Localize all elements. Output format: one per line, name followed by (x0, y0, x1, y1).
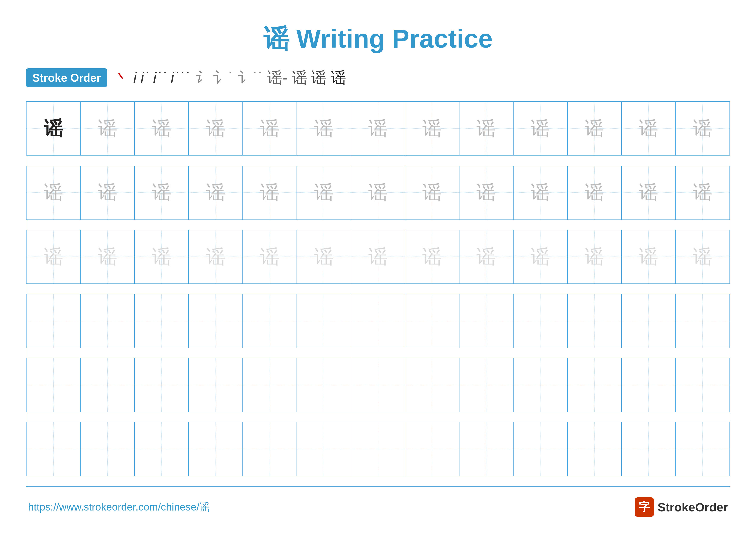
grid-cell[interactable] (405, 294, 459, 348)
grid-cell[interactable] (189, 422, 243, 476)
grid-cell-char: 谣 (639, 247, 658, 267)
grid-cell[interactable]: 谣 (297, 101, 351, 156)
stroke-step-1: 丶 (114, 67, 129, 88)
grid-cell[interactable] (459, 422, 513, 476)
grid-cell[interactable]: 谣 (513, 230, 567, 284)
grid-cell[interactable] (567, 294, 622, 348)
grid-cell[interactable] (622, 294, 676, 348)
grid-cell-char: 谣 (422, 119, 442, 138)
grid-cell-char: 谣 (585, 119, 604, 138)
grid-cell[interactable] (351, 294, 405, 348)
grid-cell[interactable]: 谣 (134, 230, 189, 284)
grid-cell[interactable]: 谣 (189, 165, 243, 220)
grid-cell-char: 谣 (693, 247, 712, 267)
grid-cell[interactable] (80, 422, 134, 476)
grid-cell[interactable] (189, 358, 243, 412)
grid-cell[interactable] (80, 358, 134, 412)
grid-cell[interactable] (297, 422, 351, 476)
grid-cell[interactable] (80, 294, 134, 348)
grid-cell[interactable] (405, 422, 459, 476)
grid-cell[interactable] (459, 294, 513, 348)
grid-cell[interactable]: 谣 (297, 165, 351, 220)
grid-cell[interactable]: 谣 (405, 165, 459, 220)
grid-cell[interactable] (243, 422, 297, 476)
grid-cell[interactable] (513, 294, 567, 348)
grid-cell[interactable] (26, 422, 80, 476)
grid-cell[interactable] (351, 422, 405, 476)
grid-cell-char: 谣 (422, 247, 442, 267)
stroke-step-12: 谣 (331, 67, 346, 88)
grid-cell[interactable]: 谣 (676, 230, 730, 284)
grid-cell[interactable]: 谣 (26, 165, 80, 220)
grid-cell[interactable]: 谣 (513, 101, 567, 156)
grid-cell-char: 谣 (368, 247, 388, 267)
grid-cell[interactable]: 谣 (676, 165, 730, 220)
grid-cell[interactable]: 谣 (243, 230, 297, 284)
grid-cell-char: 谣 (639, 183, 658, 202)
grid-cell[interactable] (459, 358, 513, 412)
grid-cell[interactable]: 谣 (134, 101, 189, 156)
grid-cell[interactable]: 谣 (134, 165, 189, 220)
grid-cell[interactable] (513, 422, 567, 476)
footer-logo: 字 StrokeOrder (635, 497, 728, 517)
footer-logo-icon: 字 (635, 497, 654, 517)
stroke-step-8: 讠˙˙ (237, 67, 263, 88)
grid-cell[interactable] (513, 358, 567, 412)
footer-url[interactable]: https://www.strokeorder.com/chinese/谣 (28, 500, 210, 514)
grid-cell[interactable]: 谣 (26, 101, 80, 156)
grid-cell[interactable]: 谣 (351, 165, 405, 220)
grid-cell-char: 谣 (476, 247, 496, 267)
grid-cell[interactable]: 谣 (622, 165, 676, 220)
grid-cell[interactable]: 谣 (459, 165, 513, 220)
grid-cell[interactable]: 谣 (622, 101, 676, 156)
grid-cell-char: 谣 (44, 183, 63, 202)
grid-cell[interactable]: 谣 (567, 165, 622, 220)
grid-cell[interactable]: 谣 (80, 101, 134, 156)
grid-cell[interactable] (26, 358, 80, 412)
grid-cell[interactable]: 谣 (513, 165, 567, 220)
grid-cell[interactable] (189, 294, 243, 348)
grid-cell[interactable]: 谣 (567, 230, 622, 284)
grid-cell-char: 谣 (530, 247, 550, 267)
grid-cell[interactable] (134, 294, 189, 348)
grid-cell[interactable] (243, 294, 297, 348)
grid-cell[interactable]: 谣 (189, 101, 243, 156)
grid-cell-char: 谣 (206, 247, 226, 267)
grid-cell-char: 谣 (693, 183, 712, 202)
grid-cell[interactable]: 谣 (405, 230, 459, 284)
grid-cell[interactable]: 谣 (26, 230, 80, 284)
grid-cell[interactable]: 谣 (80, 230, 134, 284)
grid-cell[interactable]: 谣 (459, 230, 513, 284)
grid-cell[interactable] (676, 294, 730, 348)
grid-cell[interactable]: 谣 (459, 101, 513, 156)
grid-cell[interactable] (567, 358, 622, 412)
grid-cell[interactable]: 谣 (622, 230, 676, 284)
grid-cell[interactable]: 谣 (80, 165, 134, 220)
grid-cell[interactable]: 谣 (189, 230, 243, 284)
grid-cell[interactable] (622, 358, 676, 412)
grid-cell[interactable] (676, 358, 730, 412)
grid-cell[interactable] (134, 358, 189, 412)
grid-cell-char: 谣 (314, 247, 334, 267)
grid-cell[interactable] (622, 422, 676, 476)
grid-cell[interactable]: 谣 (405, 101, 459, 156)
grid-cell[interactable] (243, 358, 297, 412)
grid-cell[interactable] (297, 294, 351, 348)
footer: https://www.strokeorder.com/chinese/谣 字 … (26, 497, 730, 517)
grid-cell[interactable]: 谣 (243, 165, 297, 220)
grid-cell[interactable]: 谣 (297, 230, 351, 284)
grid-cell[interactable]: 谣 (243, 101, 297, 156)
grid-cell[interactable]: 谣 (351, 230, 405, 284)
page: 谣 Writing Practice Stroke Order 丶 i i˙ i… (0, 0, 756, 534)
grid-cell[interactable] (351, 358, 405, 412)
grid-cell[interactable]: 谣 (676, 101, 730, 156)
grid-cell-char: 谣 (206, 119, 226, 138)
grid-cell[interactable]: 谣 (351, 101, 405, 156)
grid-cell[interactable] (134, 422, 189, 476)
grid-cell[interactable] (405, 358, 459, 412)
grid-cell[interactable] (676, 422, 730, 476)
grid-cell[interactable] (297, 358, 351, 412)
grid-cell[interactable] (567, 422, 622, 476)
grid-cell[interactable]: 谣 (567, 101, 622, 156)
grid-cell[interactable] (26, 294, 80, 348)
